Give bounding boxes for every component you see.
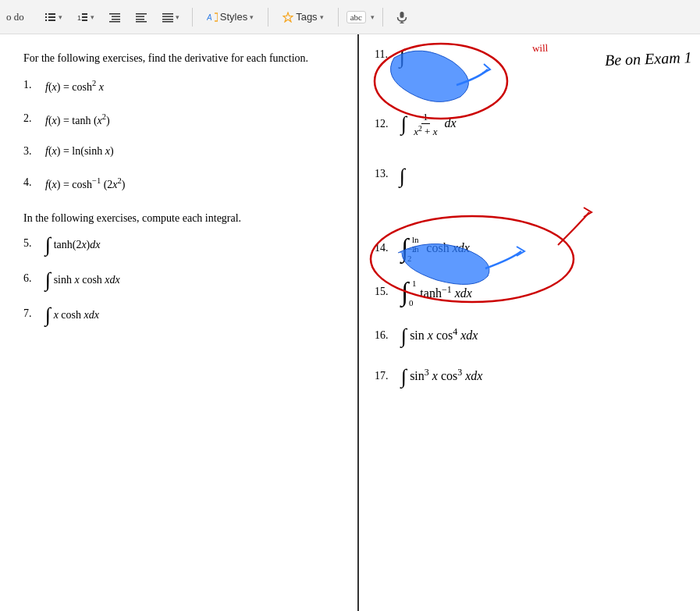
svg-rect-0 bbox=[45, 13, 47, 15]
right-num-12: 12. bbox=[375, 118, 396, 130]
styles-button[interactable]: A Styles ▾ bbox=[201, 9, 260, 25]
ex-content-1: f(x) = cosh2 x bbox=[45, 79, 104, 94]
svg-rect-13 bbox=[109, 21, 120, 23]
ex-content-6: ∫ sinh x cosh xdx bbox=[45, 272, 120, 289]
exercise-5: 5. ∫ tanh(2x)dx bbox=[23, 237, 334, 254]
svg-rect-20 bbox=[162, 19, 173, 20]
indent-left-button[interactable] bbox=[104, 9, 126, 26]
exercise-7: 7. ∫ x cosh xdx bbox=[23, 307, 334, 324]
ex-num-2: 2. bbox=[23, 112, 45, 125]
align-chevron: ▾ bbox=[176, 13, 179, 21]
fraction-denominator-12: x2 + x bbox=[412, 124, 439, 138]
align-button[interactable]: ▾ bbox=[157, 9, 184, 26]
svg-rect-2 bbox=[45, 16, 47, 18]
right-num-16: 16. bbox=[375, 329, 396, 342]
mic-button[interactable] bbox=[391, 9, 413, 26]
svg-rect-16 bbox=[136, 19, 144, 20]
list-ordered-icon: 1. bbox=[76, 11, 89, 23]
right-item-14: 14. ∫ ln 2 −ln 2 cosh xdx bbox=[375, 236, 684, 261]
right-content-16: ∫ sin x cos4 xdx bbox=[401, 326, 478, 345]
intro-text: For the following exercises, find the de… bbox=[23, 50, 334, 66]
annotation-will: will bbox=[531, 42, 548, 55]
toolbar: o do ▾ 1. ▾ bbox=[0, 0, 700, 34]
exercise-2: 2. f(x) = tanh (x2) bbox=[23, 112, 334, 127]
fraction-numerator-12: 1 bbox=[421, 111, 430, 124]
right-item-15: 15. ∫ 1 0 tanh−1 xdx bbox=[375, 280, 684, 304]
right-content-11: ∫ bbox=[400, 45, 405, 69]
svg-rect-12 bbox=[112, 19, 120, 20]
styles-label: Styles bbox=[220, 11, 247, 23]
svg-rect-3 bbox=[48, 16, 55, 18]
exercise-3: 3. f(x) = ln(sinh x) bbox=[23, 145, 334, 158]
right-num-13: 13. bbox=[375, 168, 396, 180]
indent-left-icon bbox=[108, 11, 121, 23]
ex-content-4: f(x) = cosh−1 (2x2) bbox=[45, 176, 126, 191]
tags-label: Tags bbox=[296, 11, 317, 23]
content-area: For the following exercises, find the de… bbox=[0, 34, 700, 611]
list-unordered-button[interactable]: ▾ bbox=[40, 9, 67, 26]
list-unordered-icon bbox=[44, 11, 57, 23]
tags-star-icon bbox=[282, 12, 293, 23]
right-num-17: 17. bbox=[375, 370, 396, 382]
toolbar-separator-4 bbox=[382, 8, 383, 27]
right-num-14: 14. bbox=[375, 242, 396, 254]
svg-rect-11 bbox=[112, 16, 120, 17]
svg-rect-1 bbox=[48, 13, 55, 15]
indent-right-button[interactable] bbox=[130, 9, 152, 26]
list-ordered-button[interactable]: 1. ▾ bbox=[72, 9, 99, 26]
svg-rect-7 bbox=[82, 13, 87, 15]
svg-rect-19 bbox=[162, 16, 173, 17]
svg-rect-9 bbox=[82, 20, 87, 21]
svg-rect-15 bbox=[136, 16, 144, 17]
toolbar-title: o do bbox=[6, 11, 24, 23]
svg-rect-10 bbox=[109, 13, 120, 15]
svg-rect-21 bbox=[162, 21, 173, 23]
right-item-13: 13. ∫ bbox=[375, 162, 684, 224]
exercise-6: 6. ∫ sinh x cosh xdx bbox=[23, 272, 334, 289]
annotation-exam: Be on Exam 1 bbox=[605, 48, 692, 69]
abc-badge: abc bbox=[346, 11, 366, 23]
section-header-integrals: In the following exercises, compute each… bbox=[23, 210, 334, 226]
ex-content-5: ∫ tanh(2x)dx bbox=[45, 237, 101, 254]
list-unordered-chevron: ▾ bbox=[59, 13, 62, 21]
toolbar-separator-2 bbox=[268, 8, 268, 27]
list-ordered-chevron: ▾ bbox=[91, 13, 94, 21]
exercise-4: 4. f(x) = cosh−1 (2x2) bbox=[23, 176, 334, 191]
right-item-12: 12. ∫ 1 x2 + x dx bbox=[375, 111, 684, 138]
exercise-1: 1. f(x) = cosh2 x bbox=[23, 79, 334, 94]
svg-rect-24 bbox=[400, 12, 403, 18]
abc-chevron: ▾ bbox=[371, 13, 375, 21]
tags-chevron: ▾ bbox=[320, 13, 324, 21]
right-item-16: 16. ∫ sin x cos4 xdx bbox=[375, 326, 684, 345]
styles-icon: A bbox=[207, 12, 218, 23]
ex-content-3: f(x) = ln(sinh x) bbox=[45, 145, 114, 158]
svg-rect-14 bbox=[136, 13, 147, 15]
ex-num-7: 7. bbox=[23, 307, 45, 320]
ex-content-7: ∫ x cosh xdx bbox=[45, 307, 99, 324]
svg-rect-4 bbox=[45, 20, 47, 21]
right-content-12: ∫ 1 x2 + x dx bbox=[401, 111, 457, 138]
right-content-15: ∫ 1 0 tanh−1 xdx bbox=[401, 280, 472, 304]
right-item-17: 17. ∫ sin3 x cos3 xdx bbox=[375, 367, 684, 385]
right-content-14: ∫ ln 2 −ln 2 cosh xdx bbox=[401, 236, 470, 261]
mic-icon bbox=[396, 11, 408, 23]
right-num-11: 11. bbox=[375, 48, 396, 61]
right-content-13: ∫ bbox=[400, 165, 405, 188]
svg-marker-23 bbox=[283, 12, 293, 22]
toolbar-separator-1 bbox=[192, 8, 193, 27]
ex-num-4: 4. bbox=[23, 176, 45, 189]
svg-rect-17 bbox=[136, 21, 147, 23]
right-num-15: 15. bbox=[375, 286, 396, 298]
right-content-17: ∫ sin3 x cos3 xdx bbox=[401, 367, 482, 385]
svg-rect-18 bbox=[162, 13, 173, 15]
indent-right-icon bbox=[135, 11, 147, 23]
tags-button[interactable]: Tags ▾ bbox=[276, 9, 329, 25]
ex-num-3: 3. bbox=[23, 145, 45, 158]
svg-text:A: A bbox=[207, 13, 212, 22]
align-icon bbox=[162, 11, 174, 23]
svg-rect-5 bbox=[48, 20, 55, 21]
toolbar-separator-3 bbox=[338, 8, 339, 27]
left-panel: For the following exercises, find the de… bbox=[0, 34, 359, 611]
ex-num-5: 5. bbox=[23, 237, 45, 250]
ex-content-2: f(x) = tanh (x2) bbox=[45, 112, 110, 127]
